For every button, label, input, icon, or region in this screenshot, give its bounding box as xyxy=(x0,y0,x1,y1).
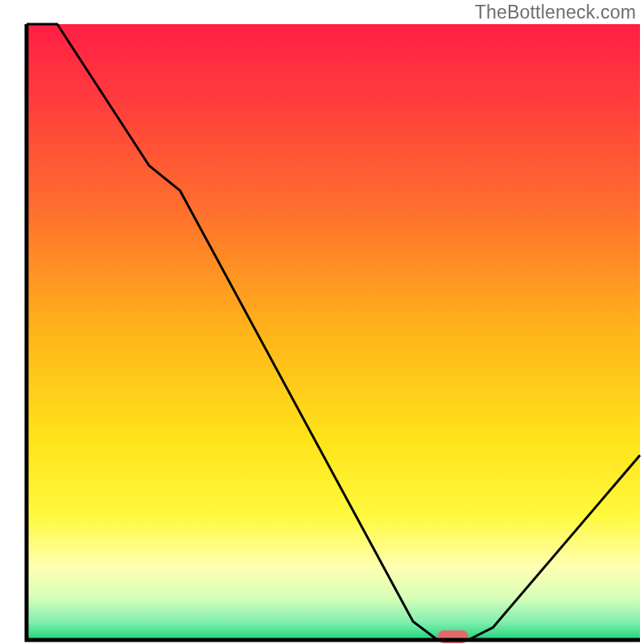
bottleneck-chart xyxy=(0,0,644,644)
chart-container: TheBottleneck.com xyxy=(0,0,644,644)
